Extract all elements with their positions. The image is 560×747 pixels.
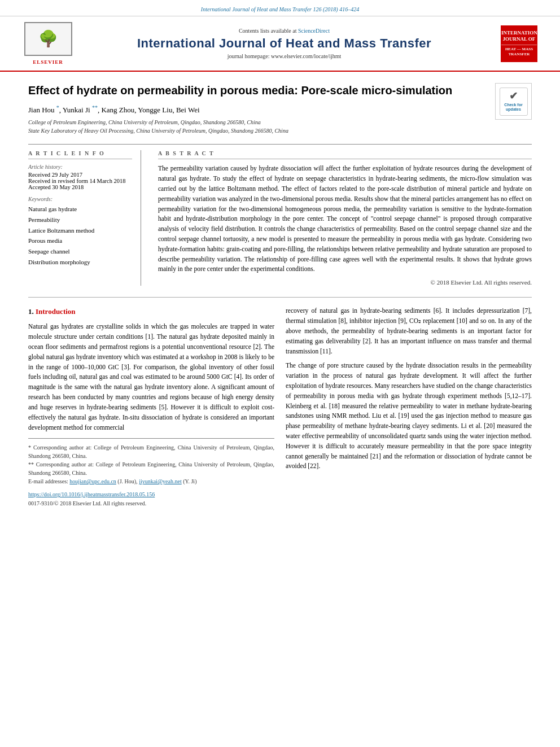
elsevier-brand-text: ELSEVIER xyxy=(33,59,63,65)
badge-subject1: HEAT — MASS xyxy=(505,47,533,52)
badge-title: INTERNATIONAL JOURNAL OF xyxy=(501,30,537,45)
email-label: E-mail addresses: xyxy=(28,478,68,484)
footnote-email-line: E-mail addresses: houjian@upc.edu.cn (J.… xyxy=(28,477,274,486)
keyword-4: Porous media xyxy=(28,235,132,246)
elsevier-logo-area: 🌳 ELSEVIER xyxy=(23,22,73,65)
abstract-section: A B S T R A C T The permeability variati… xyxy=(158,150,532,286)
keywords-list: Natural gas hydrate Permeability Lattice… xyxy=(28,204,132,267)
revised-date: Received in revised form 14 March 2018 xyxy=(28,178,132,184)
section-1-heading: 1. Introduction xyxy=(28,306,274,317)
contents-available-line: Contents lists available at ScienceDirec… xyxy=(79,28,489,34)
intro-paragraph-2: recovery of natural gas in hydrate-beari… xyxy=(286,306,532,356)
journal-title: International Journal of Heat and Mass T… xyxy=(79,36,489,51)
article-content: Effect of hydrate on permeability in por… xyxy=(0,72,560,519)
check-for-updates-badge[interactable]: ✔ Check forupdates xyxy=(495,83,532,120)
footnotes: * Corresponding author at: College of Pe… xyxy=(28,438,274,486)
keywords-label: Keywords: xyxy=(28,196,132,202)
journal-right-badge-area: INTERNATIONAL JOURNAL OF HEAT — MASS TRA… xyxy=(495,25,537,62)
badge-subject2: TRANSFER xyxy=(509,52,530,57)
section-title: Introduction xyxy=(36,307,76,316)
email-1-author: (J. Hou), xyxy=(117,478,137,484)
issn-line: 0017-9310/© 2018 Elsevier Ltd. All right… xyxy=(28,499,274,508)
article-title: Effect of hydrate on permeability in por… xyxy=(28,83,532,98)
abstract-label: A B S T R A C T xyxy=(158,150,532,159)
footnote-star1: * Corresponding author at: College of Pe… xyxy=(28,443,274,460)
doi-link[interactable]: https://doi.org/10.1016/j.ijheatmasstran… xyxy=(28,491,155,497)
keyword-6: Distribution morphology xyxy=(28,257,132,268)
title-area: Effect of hydrate on permeability in por… xyxy=(28,83,532,98)
keyword-3: Lattice Boltzmann method xyxy=(28,225,132,236)
section-number: 1. xyxy=(28,307,34,316)
accepted-date: Accepted 30 May 2018 xyxy=(28,184,132,190)
keyword-5: Seepage channel xyxy=(28,246,132,257)
body-columns: 1. Introduction Natural gas hydrates are… xyxy=(28,306,532,508)
article-info-row: A R T I C L E I N F O Article history: R… xyxy=(28,144,532,286)
copyright-line: © 2018 Elsevier Ltd. All rights reserved… xyxy=(158,279,532,286)
history-label: Article history: xyxy=(28,164,132,170)
journal-center-info: Contents lists available at ScienceDirec… xyxy=(79,28,489,59)
keyword-1: Natural gas hydrate xyxy=(28,204,132,215)
keyword-2: Permeability xyxy=(28,215,132,225)
affiliation-1: College of Petroleum Engineering, China … xyxy=(28,118,532,126)
sciencedirect-link[interactable]: ScienceDirect xyxy=(298,28,330,34)
journal-homepage: journal homepage: www.elsevier.com/locat… xyxy=(79,53,489,59)
abstract-text: The permeability variation caused by hyd… xyxy=(158,164,532,274)
body-column-right: recovery of natural gas in hydrate-beari… xyxy=(286,306,532,508)
email-1-link[interactable]: houjian@upc.edu.cn xyxy=(69,478,116,484)
journal-header: 🌳 ELSEVIER Contents lists available at S… xyxy=(0,16,560,72)
footnote-star2: ** Corresponding author at: College of P… xyxy=(28,460,274,477)
author-jian-hou: Jian Hou xyxy=(28,106,56,114)
elsevier-tree-icon: 🌳 xyxy=(24,22,72,56)
received-date: Received 29 July 2017 xyxy=(28,172,132,178)
article-history-block: Article history: Received 29 July 2017 R… xyxy=(28,164,132,190)
body-column-left: 1. Introduction Natural gas hydrates are… xyxy=(28,306,274,508)
authors-line: Jian Hou *, Yunkai Ji **, Kang Zhou, Yon… xyxy=(28,104,532,115)
affiliation-2: State Key Laboratory of Heavy Oil Proces… xyxy=(28,126,532,135)
doi-line[interactable]: https://doi.org/10.1016/j.ijheatmasstran… xyxy=(28,490,274,499)
intro-paragraph-1: Natural gas hydrates are crystalline sol… xyxy=(28,322,274,433)
journal-reference-bar: International Journal of Heat and Mass T… xyxy=(0,0,560,16)
keywords-block: Keywords: Natural gas hydrate Permeabili… xyxy=(28,196,132,267)
article-info-section: A R T I C L E I N F O Article history: R… xyxy=(28,150,141,286)
section-divider xyxy=(28,297,532,298)
email-2-author: (Y. Ji) xyxy=(183,478,196,484)
email-2-link[interactable]: jiyunkai@yeah.net xyxy=(139,478,182,484)
intro-paragraph-3: The change of pore structure caused by t… xyxy=(286,361,532,471)
elsevier-logo: 🌳 ELSEVIER xyxy=(23,22,73,65)
affiliations: College of Petroleum Engineering, China … xyxy=(28,118,532,135)
journal-badge: INTERNATIONAL JOURNAL OF HEAT — MASS TRA… xyxy=(501,25,537,62)
journal-reference: International Journal of Heat and Mass T… xyxy=(201,6,359,12)
page-wrapper: International Journal of Heat and Mass T… xyxy=(0,0,560,519)
article-info-label: A R T I C L E I N F O xyxy=(28,150,132,159)
